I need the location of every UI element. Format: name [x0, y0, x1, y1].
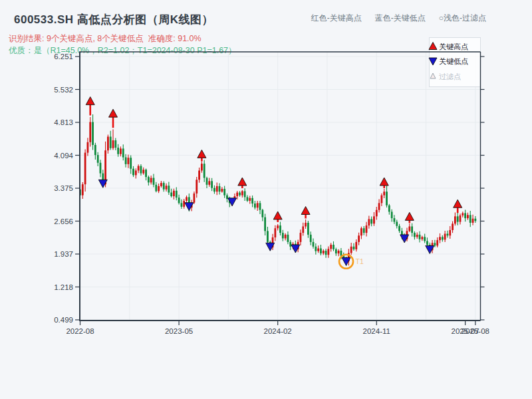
- key-high-marker: [405, 212, 414, 220]
- grid-lines: [80, 52, 481, 321]
- candle-body: [358, 235, 360, 242]
- legend-box: [430, 38, 481, 87]
- candle-body: [254, 203, 256, 207]
- y-tick-label: 1.218: [54, 283, 73, 291]
- candle-body: [196, 180, 198, 194]
- kline-chart: 6.2515.5324.8134.0943.3752.6561.9371.218…: [0, 0, 532, 399]
- candle-body: [100, 163, 102, 174]
- key-low-marker: [185, 203, 194, 211]
- key-low-marker: [342, 257, 350, 265]
- candle-body: [203, 164, 205, 178]
- candle-body: [163, 183, 165, 190]
- candle-body: [368, 219, 370, 225]
- y-tick-label: 5.532: [54, 86, 73, 94]
- candle-body: [168, 186, 170, 192]
- y-tick-label: 3.375: [54, 184, 73, 192]
- candle-body: [297, 242, 299, 249]
- candle-body: [454, 216, 456, 223]
- candle-body: [404, 235, 406, 239]
- candle-body: [315, 247, 317, 251]
- key-low-marker: [400, 235, 409, 243]
- candle-body: [424, 237, 426, 241]
- candle-body: [150, 178, 152, 183]
- candle-body: [221, 189, 223, 192]
- candle-body: [234, 196, 236, 200]
- candle-body: [376, 210, 378, 217]
- candle-body: [89, 122, 91, 142]
- page: 600533.SH 高低点分析图（周K线图） 识别结果: 9个关键高点, 8个关…: [0, 0, 532, 399]
- candle-body: [249, 198, 251, 201]
- candle-body: [474, 219, 476, 221]
- candle-body: [226, 196, 228, 200]
- candle-body: [305, 223, 307, 227]
- axes: 6.2515.5324.8134.0943.3752.6561.9371.218…: [54, 52, 489, 335]
- candle-body: [380, 196, 382, 203]
- candle-body: [132, 169, 134, 176]
- key-low-marker: [426, 245, 434, 253]
- candle-body: [444, 234, 446, 240]
- candle-body: [82, 184, 84, 196]
- candle-body: [251, 198, 253, 203]
- candle-body: [355, 242, 357, 249]
- candle-body: [363, 228, 365, 233]
- candle-body: [216, 186, 218, 192]
- candle-body: [259, 203, 261, 209]
- candle-body: [122, 148, 124, 157]
- candle-body: [277, 225, 279, 228]
- key-low-marker: [98, 180, 107, 188]
- candle-body: [148, 177, 150, 182]
- candle-body: [452, 223, 454, 230]
- x-tick-label: 2024-02: [264, 327, 292, 335]
- candle-body: [236, 193, 238, 197]
- candle-body: [269, 242, 271, 247]
- key-low-marker: [228, 198, 237, 206]
- key-low-marker: [291, 245, 300, 253]
- candle-body: [370, 219, 372, 223]
- candle-body: [102, 174, 104, 185]
- candle-body: [378, 203, 380, 209]
- candle-body: [261, 210, 263, 217]
- candle-body: [211, 181, 213, 188]
- candle-body: [340, 251, 342, 256]
- page-title: 600533.SH 高低点分析图（周K线图）: [14, 12, 213, 27]
- candle-body: [345, 259, 347, 261]
- candle-body: [94, 145, 96, 155]
- candle-body: [87, 142, 89, 153]
- candle-body: [125, 158, 127, 164]
- candle-body: [166, 186, 168, 190]
- candle-body: [229, 199, 231, 203]
- candle-body: [142, 170, 144, 174]
- legend-item-label: 过滤点: [439, 72, 461, 80]
- candle-body: [391, 211, 393, 218]
- candle-body: [178, 198, 180, 203]
- candle-body: [414, 233, 416, 237]
- candle-body: [127, 158, 129, 164]
- candle-body: [360, 228, 362, 235]
- candle-body: [429, 245, 431, 250]
- candle-body: [325, 251, 327, 255]
- candle-body: [327, 249, 329, 255]
- legend-filtered-icon: [430, 73, 436, 78]
- candle-body: [135, 170, 137, 175]
- candle-body: [160, 183, 162, 186]
- candle-body: [244, 191, 246, 197]
- candle-body: [442, 237, 444, 239]
- candle-body: [469, 215, 471, 223]
- candle-body: [353, 247, 355, 249]
- candle-body: [206, 178, 208, 185]
- candle-body: [323, 251, 325, 253]
- candle-body: [320, 249, 322, 254]
- candle-body: [419, 235, 421, 239]
- candle-body: [317, 249, 319, 251]
- candle-body: [467, 215, 469, 218]
- candle-body: [464, 213, 466, 219]
- candle-body: [462, 213, 464, 215]
- candle-body: [401, 231, 403, 235]
- candle-body: [272, 237, 274, 247]
- candle-body: [350, 247, 352, 253]
- candle-body: [421, 237, 423, 239]
- candle-body: [186, 197, 188, 201]
- candle-body: [231, 200, 233, 203]
- candle-body: [138, 166, 140, 171]
- legend-item-label: 关键低点: [439, 57, 468, 65]
